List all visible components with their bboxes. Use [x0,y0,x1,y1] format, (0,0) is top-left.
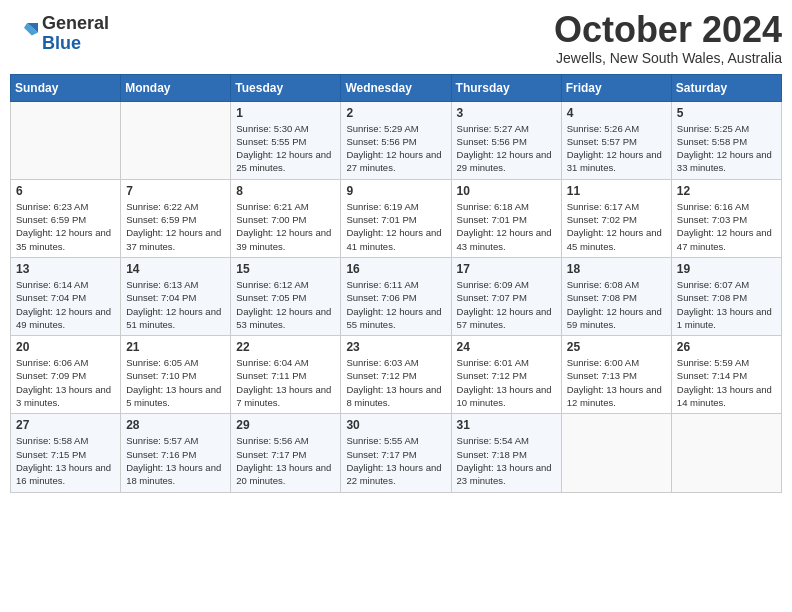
day-info: Sunrise: 5:59 AM Sunset: 7:14 PM Dayligh… [677,356,776,409]
weekday-header: Monday [121,74,231,101]
day-number: 26 [677,340,776,354]
day-number: 21 [126,340,225,354]
day-number: 18 [567,262,666,276]
day-info: Sunrise: 6:03 AM Sunset: 7:12 PM Dayligh… [346,356,445,409]
calendar-header: SundayMondayTuesdayWednesdayThursdayFrid… [11,74,782,101]
day-number: 31 [457,418,556,432]
day-info: Sunrise: 5:29 AM Sunset: 5:56 PM Dayligh… [346,122,445,175]
day-number: 3 [457,106,556,120]
calendar-cell: 19Sunrise: 6:07 AM Sunset: 7:08 PM Dayli… [671,257,781,335]
calendar-cell: 18Sunrise: 6:08 AM Sunset: 7:08 PM Dayli… [561,257,671,335]
calendar-cell: 29Sunrise: 5:56 AM Sunset: 7:17 PM Dayli… [231,414,341,492]
weekday-header: Friday [561,74,671,101]
calendar-cell: 30Sunrise: 5:55 AM Sunset: 7:17 PM Dayli… [341,414,451,492]
calendar-cell: 22Sunrise: 6:04 AM Sunset: 7:11 PM Dayli… [231,336,341,414]
calendar-cell [561,414,671,492]
calendar-cell: 5Sunrise: 5:25 AM Sunset: 5:58 PM Daylig… [671,101,781,179]
day-info: Sunrise: 6:21 AM Sunset: 7:00 PM Dayligh… [236,200,335,253]
day-number: 27 [16,418,115,432]
day-number: 24 [457,340,556,354]
day-info: Sunrise: 6:04 AM Sunset: 7:11 PM Dayligh… [236,356,335,409]
day-number: 6 [16,184,115,198]
calendar-cell: 27Sunrise: 5:58 AM Sunset: 7:15 PM Dayli… [11,414,121,492]
calendar-cell: 17Sunrise: 6:09 AM Sunset: 7:07 PM Dayli… [451,257,561,335]
day-number: 15 [236,262,335,276]
calendar-cell: 10Sunrise: 6:18 AM Sunset: 7:01 PM Dayli… [451,179,561,257]
weekday-header: Wednesday [341,74,451,101]
calendar-cell: 9Sunrise: 6:19 AM Sunset: 7:01 PM Daylig… [341,179,451,257]
day-info: Sunrise: 5:56 AM Sunset: 7:17 PM Dayligh… [236,434,335,487]
calendar-cell: 3Sunrise: 5:27 AM Sunset: 5:56 PM Daylig… [451,101,561,179]
month-title: October 2024 [554,10,782,50]
day-info: Sunrise: 6:13 AM Sunset: 7:04 PM Dayligh… [126,278,225,331]
calendar-cell: 21Sunrise: 6:05 AM Sunset: 7:10 PM Dayli… [121,336,231,414]
calendar-cell: 20Sunrise: 6:06 AM Sunset: 7:09 PM Dayli… [11,336,121,414]
day-info: Sunrise: 5:30 AM Sunset: 5:55 PM Dayligh… [236,122,335,175]
calendar-cell: 15Sunrise: 6:12 AM Sunset: 7:05 PM Dayli… [231,257,341,335]
calendar-cell: 28Sunrise: 5:57 AM Sunset: 7:16 PM Dayli… [121,414,231,492]
day-info: Sunrise: 5:26 AM Sunset: 5:57 PM Dayligh… [567,122,666,175]
day-number: 29 [236,418,335,432]
day-info: Sunrise: 6:00 AM Sunset: 7:13 PM Dayligh… [567,356,666,409]
location-subtitle: Jewells, New South Wales, Australia [554,50,782,66]
day-number: 28 [126,418,225,432]
day-number: 8 [236,184,335,198]
day-info: Sunrise: 6:14 AM Sunset: 7:04 PM Dayligh… [16,278,115,331]
weekday-header-row: SundayMondayTuesdayWednesdayThursdayFrid… [11,74,782,101]
calendar-cell [121,101,231,179]
weekday-header: Sunday [11,74,121,101]
title-block: October 2024 Jewells, New South Wales, A… [554,10,782,66]
day-number: 2 [346,106,445,120]
day-number: 30 [346,418,445,432]
day-number: 11 [567,184,666,198]
calendar-cell: 4Sunrise: 5:26 AM Sunset: 5:57 PM Daylig… [561,101,671,179]
calendar-week-row: 20Sunrise: 6:06 AM Sunset: 7:09 PM Dayli… [11,336,782,414]
calendar-cell: 8Sunrise: 6:21 AM Sunset: 7:00 PM Daylig… [231,179,341,257]
day-info: Sunrise: 5:27 AM Sunset: 5:56 PM Dayligh… [457,122,556,175]
calendar-cell: 26Sunrise: 5:59 AM Sunset: 7:14 PM Dayli… [671,336,781,414]
day-info: Sunrise: 6:11 AM Sunset: 7:06 PM Dayligh… [346,278,445,331]
day-info: Sunrise: 6:08 AM Sunset: 7:08 PM Dayligh… [567,278,666,331]
day-number: 22 [236,340,335,354]
logo: General Blue [10,14,109,54]
logo-text: General Blue [42,14,109,54]
weekday-header: Tuesday [231,74,341,101]
day-number: 20 [16,340,115,354]
weekday-header: Thursday [451,74,561,101]
calendar-week-row: 13Sunrise: 6:14 AM Sunset: 7:04 PM Dayli… [11,257,782,335]
calendar-cell: 7Sunrise: 6:22 AM Sunset: 6:59 PM Daylig… [121,179,231,257]
page-header: General Blue October 2024 Jewells, New S… [10,10,782,66]
calendar-cell [671,414,781,492]
day-number: 12 [677,184,776,198]
day-number: 1 [236,106,335,120]
day-info: Sunrise: 6:12 AM Sunset: 7:05 PM Dayligh… [236,278,335,331]
day-number: 9 [346,184,445,198]
day-number: 7 [126,184,225,198]
day-number: 4 [567,106,666,120]
calendar-cell: 23Sunrise: 6:03 AM Sunset: 7:12 PM Dayli… [341,336,451,414]
calendar-cell: 16Sunrise: 6:11 AM Sunset: 7:06 PM Dayli… [341,257,451,335]
logo-icon [10,20,38,48]
day-info: Sunrise: 6:09 AM Sunset: 7:07 PM Dayligh… [457,278,556,331]
day-info: Sunrise: 6:18 AM Sunset: 7:01 PM Dayligh… [457,200,556,253]
calendar-cell: 2Sunrise: 5:29 AM Sunset: 5:56 PM Daylig… [341,101,451,179]
day-info: Sunrise: 6:07 AM Sunset: 7:08 PM Dayligh… [677,278,776,331]
calendar-cell: 24Sunrise: 6:01 AM Sunset: 7:12 PM Dayli… [451,336,561,414]
day-info: Sunrise: 6:05 AM Sunset: 7:10 PM Dayligh… [126,356,225,409]
calendar-body: 1Sunrise: 5:30 AM Sunset: 5:55 PM Daylig… [11,101,782,492]
calendar-week-row: 1Sunrise: 5:30 AM Sunset: 5:55 PM Daylig… [11,101,782,179]
calendar-cell: 14Sunrise: 6:13 AM Sunset: 7:04 PM Dayli… [121,257,231,335]
calendar-week-row: 27Sunrise: 5:58 AM Sunset: 7:15 PM Dayli… [11,414,782,492]
day-info: Sunrise: 5:57 AM Sunset: 7:16 PM Dayligh… [126,434,225,487]
calendar-cell: 13Sunrise: 6:14 AM Sunset: 7:04 PM Dayli… [11,257,121,335]
day-number: 19 [677,262,776,276]
day-number: 14 [126,262,225,276]
calendar-week-row: 6Sunrise: 6:23 AM Sunset: 6:59 PM Daylig… [11,179,782,257]
day-number: 5 [677,106,776,120]
weekday-header: Saturday [671,74,781,101]
calendar-cell: 31Sunrise: 5:54 AM Sunset: 7:18 PM Dayli… [451,414,561,492]
calendar-cell: 12Sunrise: 6:16 AM Sunset: 7:03 PM Dayli… [671,179,781,257]
day-info: Sunrise: 6:06 AM Sunset: 7:09 PM Dayligh… [16,356,115,409]
day-info: Sunrise: 6:16 AM Sunset: 7:03 PM Dayligh… [677,200,776,253]
day-number: 16 [346,262,445,276]
